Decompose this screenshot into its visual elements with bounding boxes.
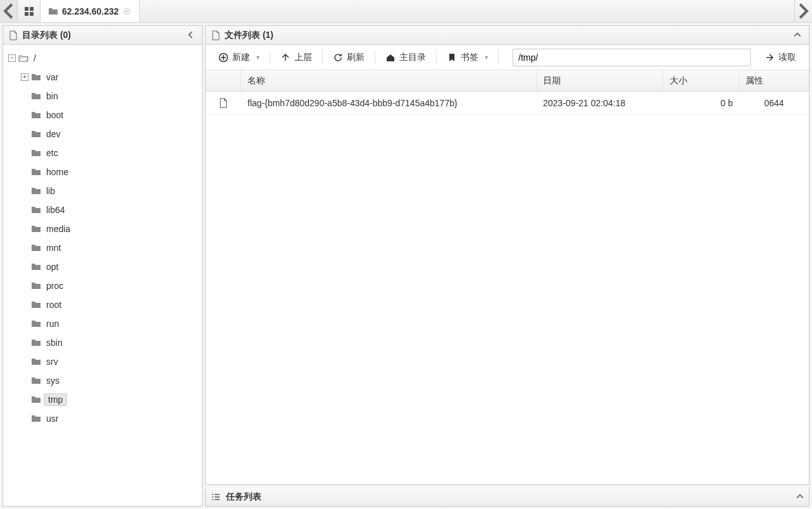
- tree-item-label: lib64: [44, 204, 68, 216]
- tree-item-label: srv: [44, 355, 61, 368]
- tree-toggle-spacer: [21, 377, 28, 384]
- right-column: 文件列表 (1) 新建 ▾ 上层: [205, 25, 809, 506]
- folder-icon: [48, 6, 58, 16]
- tree-item-var[interactable]: +var: [3, 68, 202, 87]
- tree-toggle-spacer: [21, 263, 28, 271]
- tree-item-label: media: [44, 223, 73, 235]
- tree-toggle-spacer: [21, 282, 28, 290]
- tree-item-lib64[interactable]: lib64: [3, 200, 202, 219]
- tree-item-usr[interactable]: usr: [3, 409, 202, 428]
- refresh-icon: [333, 52, 343, 63]
- tab-scroll-right[interactable]: [794, 0, 812, 22]
- tree-toggle-spacer: [21, 187, 28, 195]
- bookmark-icon: [447, 52, 457, 63]
- tree-item-home[interactable]: home: [3, 163, 202, 181]
- tree-item-srv[interactable]: srv: [3, 352, 202, 371]
- arrow-up-icon: [280, 52, 290, 63]
- new-button[interactable]: 新建 ▾: [211, 48, 267, 67]
- file-toolbar: 新建 ▾ 上层 刷新 主目录: [206, 45, 809, 70]
- folder-icon: [31, 319, 41, 329]
- task-panel-header[interactable]: 任务列表: [205, 488, 809, 506]
- folder-icon: [31, 205, 41, 215]
- tree-item-etc[interactable]: etc: [3, 144, 202, 163]
- tree-item-root[interactable]: root: [3, 295, 202, 314]
- plus-circle-icon: [218, 52, 228, 63]
- tree-item-label: var: [44, 71, 61, 83]
- folder-icon: [31, 357, 41, 367]
- toolbar-separator: [498, 51, 499, 64]
- toolbar-separator: [270, 51, 270, 64]
- tab-close-icon[interactable]: [123, 7, 132, 16]
- up-label: 上层: [294, 52, 312, 63]
- collapse-up-icon[interactable]: [791, 29, 804, 42]
- home-button[interactable]: 主目录: [378, 48, 434, 67]
- tree-toggle-spacer: [21, 111, 28, 119]
- grid-header: 名称 日期 大小 属性: [206, 70, 809, 92]
- tree-toggle-icon[interactable]: −: [8, 54, 16, 62]
- bookmark-label: 书签: [461, 52, 478, 63]
- file-panel-title: 文件列表 (1): [225, 30, 273, 41]
- folder-open-icon: [18, 53, 28, 63]
- tab-spacer: [140, 0, 794, 22]
- tree-toggle-spacer: [21, 339, 28, 346]
- folder-icon: [31, 186, 41, 196]
- col-name-header[interactable]: 名称: [241, 70, 537, 91]
- tree-item-label: dev: [44, 128, 63, 140]
- tree-item-mnt[interactable]: mnt: [3, 238, 202, 257]
- tree-item-dev[interactable]: dev: [3, 125, 202, 144]
- tree-item-label: root: [44, 298, 64, 311]
- folder-icon: [31, 72, 41, 82]
- refresh-button[interactable]: 刷新: [325, 48, 372, 67]
- toolbar-separator: [436, 51, 437, 64]
- tree-item-media[interactable]: media: [3, 219, 202, 238]
- file-panel: 文件列表 (1) 新建 ▾ 上层: [205, 25, 809, 485]
- tree-toggle-spacer: [21, 149, 28, 157]
- tree-item-tmp[interactable]: tmp: [3, 390, 202, 409]
- expand-up-icon[interactable]: [796, 492, 804, 502]
- tree-item-label: sbin: [44, 336, 65, 349]
- caret-down-icon: ▾: [485, 54, 488, 61]
- tree-item-label: etc: [44, 147, 61, 159]
- tree-item-bin[interactable]: bin: [3, 87, 202, 106]
- tree-item-run[interactable]: run: [3, 314, 202, 333]
- tab-grid-button[interactable]: [18, 0, 41, 22]
- bookmark-button[interactable]: 书签 ▾: [439, 48, 496, 67]
- col-attr-header[interactable]: 属性: [739, 70, 809, 91]
- tab-host[interactable]: 62.234.60.232: [41, 0, 140, 22]
- tree-toggle-spacer: [21, 168, 28, 176]
- tree-item-label: proc: [44, 279, 66, 292]
- tree-root[interactable]: − /: [3, 49, 202, 68]
- read-button[interactable]: 读取: [757, 48, 804, 67]
- tree-item-boot[interactable]: boot: [3, 106, 202, 125]
- tree-item-proc[interactable]: proc: [3, 276, 202, 295]
- folder-icon: [31, 110, 41, 120]
- collapse-left-icon[interactable]: [184, 29, 197, 42]
- tree-item-sbin[interactable]: sbin: [3, 333, 202, 352]
- arrow-right-icon: [765, 52, 775, 63]
- tree-toggle-spacer: [21, 301, 28, 309]
- tab-scroll-left[interactable]: [0, 0, 18, 22]
- folder-icon: [31, 91, 41, 101]
- up-button[interactable]: 上层: [273, 48, 320, 67]
- path-input[interactable]: [513, 49, 751, 66]
- cell-name: flag-{bmh7d80d290-a5b8-43d4-bbb9-d7145a4…: [241, 98, 537, 108]
- col-icon-header[interactable]: [206, 70, 241, 91]
- folder-icon: [31, 224, 41, 234]
- tree-toggle-spacer: [21, 130, 28, 138]
- task-title: 任务列表: [226, 491, 261, 503]
- col-date-header[interactable]: 日期: [537, 70, 663, 91]
- read-label: 读取: [778, 52, 796, 63]
- tree-item-label: boot: [44, 109, 66, 121]
- toolbar-separator: [375, 51, 375, 64]
- folder-icon: [31, 376, 41, 386]
- list-icon: [211, 492, 221, 502]
- tree-toggle-spacer: [21, 415, 28, 422]
- col-size-header[interactable]: 大小: [663, 70, 739, 91]
- table-row[interactable]: flag-{bmh7d80d290-a5b8-43d4-bbb9-d7145a4…: [206, 92, 809, 114]
- tree-item-sys[interactable]: sys: [3, 371, 202, 390]
- tree-toggle-spacer: [21, 92, 28, 100]
- tree-toggle-icon[interactable]: +: [21, 73, 28, 81]
- tree-item-opt[interactable]: opt: [3, 257, 202, 276]
- tree-toggle-spacer: [21, 320, 28, 328]
- tree-item-lib[interactable]: lib: [3, 181, 202, 200]
